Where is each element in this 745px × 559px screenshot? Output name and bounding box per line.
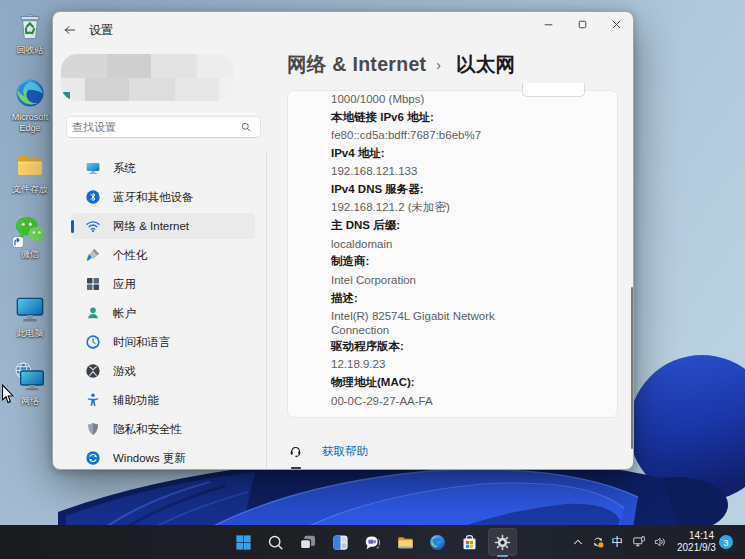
taskbar-icon[interactable] bbox=[227, 525, 259, 559]
desktop-icon-label: 微信 bbox=[21, 249, 39, 260]
window-title: 设置 bbox=[89, 22, 113, 39]
pane-divider bbox=[266, 152, 267, 470]
nav-icon bbox=[85, 218, 101, 234]
breadcrumb-separator-icon: › bbox=[436, 55, 441, 73]
nav-item[interactable]: 时间和语言 bbox=[71, 329, 255, 355]
nav-item[interactable]: 蓝牙和其他设备 bbox=[71, 184, 255, 210]
nav-icon bbox=[85, 363, 101, 379]
taskbar: 中 14:14 2021/9/3 3 bbox=[0, 525, 745, 559]
desktop-icon[interactable]: 文件存放 bbox=[2, 149, 58, 195]
get-help-link[interactable]: 获取帮助 bbox=[322, 444, 368, 459]
help-icon bbox=[289, 445, 302, 458]
edit-button-partial[interactable] bbox=[522, 83, 585, 97]
property-value: Intel Corporation bbox=[331, 271, 611, 289]
blurred-block bbox=[219, 78, 233, 101]
property-value: fe80::cd5a:bdff:7687:b6eb%7 bbox=[331, 126, 611, 144]
property-label: 主 DNS 后缀: bbox=[331, 217, 611, 235]
taskbar-icon[interactable] bbox=[259, 525, 291, 559]
nav-icon bbox=[85, 421, 101, 437]
blurred-block bbox=[61, 54, 107, 78]
breadcrumb-parent[interactable]: 网络 & Internet bbox=[287, 51, 426, 78]
search-input[interactable]: 查找设置 bbox=[66, 116, 261, 138]
tray-time: 14:14 bbox=[677, 530, 714, 542]
breadcrumb-current: 以太网 bbox=[456, 51, 515, 78]
breadcrumb: 网络 & Internet › 以太网 bbox=[287, 51, 515, 77]
desktop-icon-label: 回收站 bbox=[17, 45, 44, 56]
tray-sync-icon[interactable] bbox=[588, 525, 608, 559]
taskbar-icon[interactable] bbox=[292, 525, 324, 559]
property-label: 描述: bbox=[331, 289, 611, 307]
taskbar-icon[interactable] bbox=[389, 525, 421, 559]
blurred-block bbox=[61, 78, 85, 101]
nav-label: Windows 更新 bbox=[113, 451, 186, 466]
desktop-icon[interactable]: Microsoft Edge bbox=[2, 77, 58, 134]
maximize-button[interactable] bbox=[565, 12, 599, 37]
close-button[interactable] bbox=[599, 12, 633, 37]
desktop-icon[interactable]: 回收站 bbox=[2, 10, 58, 56]
nav-item[interactable]: Windows 更新 bbox=[71, 445, 255, 470]
nav-item[interactable]: 隐私和安全性 bbox=[71, 416, 255, 442]
property-label: 物理地址(MAC): bbox=[331, 373, 611, 391]
nav-item[interactable]: 个性化 bbox=[71, 242, 255, 268]
selected-indicator bbox=[71, 220, 74, 233]
nav-label: 个性化 bbox=[113, 248, 148, 263]
ime-indicator[interactable]: 中 bbox=[608, 534, 627, 551]
desktop-icon-label: Microsoft Edge bbox=[3, 112, 57, 134]
minimize-button[interactable] bbox=[531, 12, 565, 37]
feedback-icon-partial bbox=[291, 467, 301, 470]
blurred-block bbox=[129, 78, 175, 101]
nav-item[interactable]: 帐户 bbox=[71, 300, 255, 326]
taskbar-icon[interactable] bbox=[421, 525, 453, 559]
nav-icon bbox=[85, 189, 101, 205]
notification-badge[interactable]: 3 bbox=[719, 535, 733, 549]
nav-icon bbox=[85, 392, 101, 408]
nav-icon bbox=[85, 247, 101, 263]
search-placeholder: 查找设置 bbox=[67, 120, 240, 135]
taskbar-icon[interactable] bbox=[454, 525, 486, 559]
titlebar: 设置 bbox=[53, 12, 633, 50]
nav-item[interactable]: 应用 bbox=[71, 271, 255, 297]
nav-label: 蓝牙和其他设备 bbox=[113, 190, 194, 205]
desktop-icon[interactable]: 此电脑 bbox=[2, 293, 58, 339]
blurred-block bbox=[107, 54, 151, 78]
settings-window: 设置 查找设置 系统 蓝牙和其他设备 bbox=[52, 11, 634, 470]
tray-volume-icon[interactable] bbox=[650, 525, 670, 559]
nav-icon bbox=[85, 276, 101, 292]
taskbar-icon[interactable] bbox=[486, 525, 518, 559]
tray-date: 2021/9/3 bbox=[677, 542, 714, 554]
nav-label: 隐私和安全性 bbox=[113, 422, 182, 437]
desktop-icon-label: 文件存放 bbox=[12, 184, 48, 195]
property-label: 驱动程序版本: bbox=[331, 337, 611, 355]
desktop: 回收站 Microsoft Edge 文件存放 微信 bbox=[0, 0, 745, 559]
tray-network-icon[interactable] bbox=[627, 525, 650, 559]
nav-label: 网络 & Internet bbox=[113, 219, 189, 234]
nav-label: 辅助功能 bbox=[113, 393, 159, 408]
tray-chevron-up-icon[interactable] bbox=[568, 525, 588, 559]
back-button[interactable] bbox=[55, 17, 85, 43]
desktop-icon[interactable]: 微信 bbox=[2, 214, 58, 260]
nav-item[interactable]: 系统 bbox=[71, 155, 255, 181]
nav-icon bbox=[85, 334, 101, 350]
nav-item[interactable]: 辅助功能 bbox=[71, 387, 255, 413]
blurred-block bbox=[61, 92, 70, 101]
property-value: Connection bbox=[331, 323, 611, 337]
nav-icon bbox=[85, 160, 101, 176]
scrollbar-thumb[interactable] bbox=[631, 287, 633, 449]
property-value: 192.168.121.133 bbox=[331, 162, 611, 180]
blurred-block bbox=[175, 78, 219, 101]
nav-item[interactable]: 网络 & Internet bbox=[71, 213, 255, 239]
tray-clock[interactable]: 14:14 2021/9/3 bbox=[677, 530, 714, 554]
taskbar-icon[interactable] bbox=[324, 525, 356, 559]
nav-label: 系统 bbox=[113, 161, 136, 176]
nav-item[interactable]: 游戏 bbox=[71, 358, 255, 384]
properties-card: 1000/1000 (Mbps)本地链接 IPv6 地址:fe80::cd5a:… bbox=[287, 90, 618, 418]
taskbar-icon[interactable] bbox=[357, 525, 389, 559]
desktop-icon-label: 网络 bbox=[21, 396, 39, 407]
property-label: IPv4 地址: bbox=[331, 144, 611, 162]
mouse-cursor bbox=[1, 384, 15, 405]
property-value: 00-0C-29-27-AA-FA bbox=[331, 392, 611, 410]
blurred-block bbox=[85, 78, 129, 101]
desktop-icon-label: 此电脑 bbox=[17, 328, 44, 339]
nav-label: 时间和语言 bbox=[113, 335, 171, 350]
blurred-block bbox=[151, 54, 197, 78]
